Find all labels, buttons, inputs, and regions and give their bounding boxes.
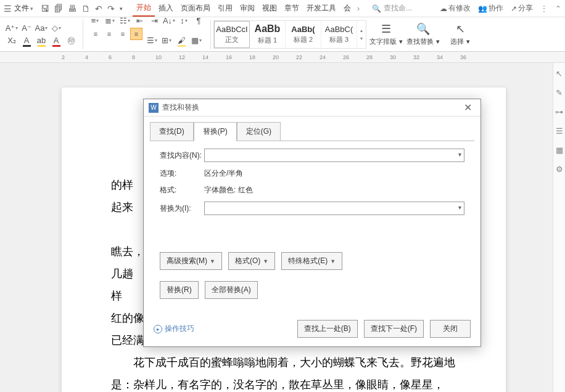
side-settings-icon[interactable]: ⚙ bbox=[556, 165, 563, 174]
subscript-button[interactable]: X₂ bbox=[6, 35, 17, 46]
tab-insert[interactable]: 插入 bbox=[155, 1, 177, 16]
replace-button[interactable]: 替换(R) bbox=[160, 281, 199, 299]
collapse-ribbon-icon[interactable]: ⌃ bbox=[555, 4, 561, 13]
tab-review[interactable]: 审阅 bbox=[236, 1, 258, 16]
ruler-mark: 16 bbox=[226, 54, 232, 60]
clear-format-button[interactable]: ◇ bbox=[51, 23, 62, 34]
unsaved-indicator[interactable]: ☁ 有修改 bbox=[440, 3, 471, 14]
advanced-search-button[interactable]: 高级搜索(M)▼ bbox=[160, 252, 222, 270]
find-prev-button[interactable]: 查找上一处(B) bbox=[297, 320, 358, 338]
save-icon[interactable]: 🖫 bbox=[41, 4, 49, 14]
numbering-button[interactable]: ≣ bbox=[104, 15, 115, 27]
tab-references[interactable]: 引用 bbox=[214, 1, 236, 16]
save-as-icon[interactable]: 🗐 bbox=[54, 4, 63, 14]
doc-paragraph: 花下成千成百的蜜蜂嗡嗡地闹着，大小的蝴蝶飞来飞去。野花遍地是：杂样儿，有名字的，… bbox=[111, 351, 456, 392]
replace-with-input[interactable] bbox=[204, 202, 464, 215]
change-case-button[interactable]: Aa bbox=[36, 23, 47, 34]
redo-icon[interactable]: ↷ bbox=[107, 4, 115, 14]
typeset-icon: ☰ bbox=[381, 22, 391, 36]
side-cursor-icon[interactable]: ↖ bbox=[556, 69, 563, 78]
align-center-button[interactable]: ≡ bbox=[103, 28, 115, 40]
search-placeholder: 查找命... bbox=[384, 3, 412, 14]
tab-scroll-icon[interactable]: › bbox=[355, 4, 362, 13]
line-spacing-button[interactable]: ↕ bbox=[178, 15, 189, 27]
collab-button[interactable]: 👥 协作 bbox=[478, 3, 503, 14]
multilevel-button[interactable]: ☷ bbox=[119, 15, 130, 27]
select-button[interactable]: ↖ 选择 ▾ bbox=[443, 20, 477, 49]
ruler-mark: 10 bbox=[155, 54, 162, 60]
dialog-titlebar[interactable]: W 查找和替换 ✕ bbox=[144, 99, 480, 116]
side-panel: ↖ ✎ ⊶ ☰ ▦ ⚙ bbox=[553, 63, 565, 392]
grow-font-button[interactable]: A⁺ bbox=[6, 23, 17, 34]
more-icon[interactable]: ⋮ bbox=[540, 4, 548, 13]
share-label: 分享 bbox=[518, 3, 533, 14]
side-style-icon[interactable]: ✎ bbox=[556, 88, 563, 97]
format-button[interactable]: 格式(O)▼ bbox=[228, 252, 275, 270]
styles-scroll-up-icon[interactable]: ▴ bbox=[360, 28, 363, 33]
tabs-button[interactable]: ⊞ bbox=[161, 35, 172, 46]
borders-button[interactable]: ▦ bbox=[191, 35, 202, 46]
shading-button[interactable]: 🖌 bbox=[176, 35, 187, 46]
special-format-button[interactable]: 特殊格式(E)▼ bbox=[281, 252, 342, 270]
typeset-button[interactable]: ☰ 文字排版 ▾ bbox=[369, 20, 403, 49]
print-icon[interactable]: 🖶 bbox=[68, 4, 76, 14]
styles-scroll-down-icon[interactable]: ▾ bbox=[360, 36, 363, 41]
style-normal[interactable]: AaBbCcI 正文 bbox=[214, 21, 250, 48]
tips-link[interactable]: ▸ 操作技巧 bbox=[154, 324, 194, 334]
shrink-font-button[interactable]: A⁻ bbox=[21, 23, 32, 34]
sort-button[interactable]: A↓ bbox=[163, 15, 175, 27]
close-button[interactable]: 关闭 bbox=[430, 320, 471, 338]
horizontal-ruler[interactable]: 24681012141618202224262830323436 bbox=[0, 52, 565, 63]
tab-start[interactable]: 开始 bbox=[133, 0, 155, 17]
align-justify-button[interactable]: ≡ bbox=[130, 28, 142, 40]
find-next-button[interactable]: 查找下一处(F) bbox=[364, 320, 424, 338]
find-content-input[interactable] bbox=[204, 149, 464, 162]
dialog-tabs: 查找(D) 替换(P) 定位(G) bbox=[144, 116, 480, 141]
hamburger-icon[interactable]: ☰ bbox=[4, 4, 12, 14]
align-left-button[interactable]: ≡ bbox=[89, 28, 102, 40]
share-button[interactable]: ↗ 分享 bbox=[511, 3, 533, 14]
align-right-button[interactable]: ≡ bbox=[117, 28, 129, 40]
tab-view[interactable]: 视图 bbox=[258, 1, 281, 16]
style-h1-label: 标题 1 bbox=[258, 36, 277, 45]
style-h3-label: 标题 3 bbox=[329, 35, 348, 44]
side-link-icon[interactable]: ⊶ bbox=[555, 107, 563, 116]
file-menu-label: 文件 bbox=[14, 3, 29, 14]
command-search[interactable]: 🔍 查找命... bbox=[372, 3, 412, 14]
tab-developer[interactable]: 开发工具 bbox=[303, 1, 340, 16]
enclose-char-button[interactable]: ㊞ bbox=[65, 35, 76, 46]
style-heading1[interactable]: AaBb 标题 1 bbox=[250, 21, 286, 48]
tab-layout[interactable]: 页面布局 bbox=[177, 1, 214, 16]
undo-icon[interactable]: ↶ bbox=[95, 4, 102, 14]
tab-section[interactable]: 章节 bbox=[281, 1, 303, 16]
font-color-button[interactable]: A bbox=[51, 35, 62, 46]
tab-more[interactable]: 会 bbox=[340, 1, 355, 16]
highlight-button[interactable]: ab bbox=[36, 35, 47, 46]
text-effects-button[interactable]: A bbox=[21, 35, 32, 46]
select-icon: ↖ bbox=[456, 22, 465, 36]
ruler-mark: 36 bbox=[460, 54, 466, 60]
show-marks-button[interactable]: ¶ bbox=[193, 15, 204, 27]
tab-find[interactable]: 查找(D) bbox=[150, 122, 194, 141]
ruler-mark: 4 bbox=[85, 54, 88, 60]
increase-indent-button[interactable]: ⇥ bbox=[149, 15, 160, 27]
tab-goto[interactable]: 定位(G) bbox=[237, 122, 281, 141]
style-heading2[interactable]: AaBb( 标题 2 bbox=[286, 21, 321, 48]
chevron-down-icon: ▾ bbox=[30, 6, 33, 12]
distributed-button[interactable]: ☰ bbox=[146, 35, 157, 46]
side-template-icon[interactable]: ▦ bbox=[556, 145, 563, 155]
file-menu[interactable]: 文件 ▾ bbox=[14, 3, 33, 14]
select-label: 选择 ▾ bbox=[450, 37, 469, 46]
dialog-footer: ▸ 操作技巧 查找上一处(B) 查找下一处(F) 关闭 bbox=[144, 314, 480, 346]
find-replace-button[interactable]: 🔍 查找替换 ▾ bbox=[406, 20, 440, 49]
replace-all-button[interactable]: 全部替换(A) bbox=[205, 281, 258, 299]
style-heading3[interactable]: AaBbC( 标题 3 bbox=[321, 21, 357, 48]
bullets-button[interactable]: ≡ bbox=[89, 15, 101, 27]
dialog-close-button[interactable]: ✕ bbox=[460, 102, 476, 113]
print-preview-icon[interactable]: 🗋 bbox=[81, 4, 90, 14]
format-value: 字体颜色: 红色 bbox=[204, 185, 253, 195]
side-nav-icon[interactable]: ☰ bbox=[556, 126, 563, 136]
decrease-indent-button[interactable]: ⇤ bbox=[134, 15, 145, 27]
qat-customize-icon[interactable]: ▾ bbox=[120, 6, 123, 12]
tab-replace[interactable]: 替换(P) bbox=[194, 122, 237, 141]
